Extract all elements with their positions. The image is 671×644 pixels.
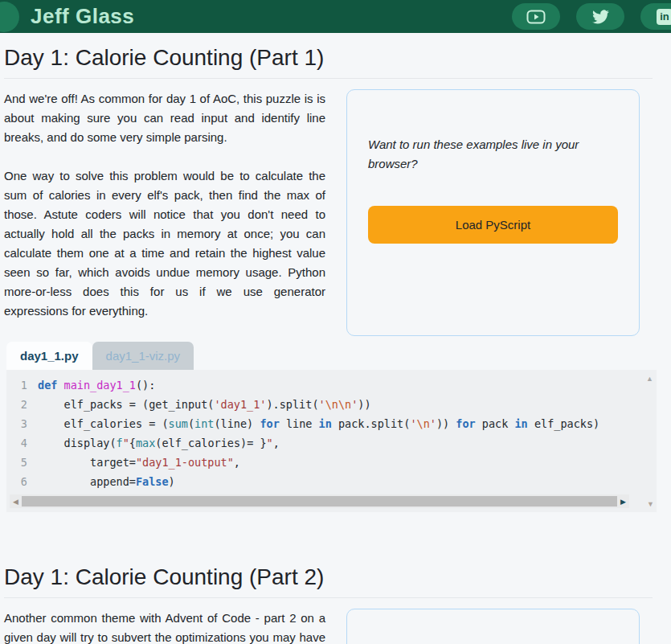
tab-day1-1-py[interactable]: day1_1.py — [6, 342, 92, 370]
twitter-icon — [592, 10, 609, 24]
line-number: 6 — [6, 472, 27, 491]
code-text: elf_calories = (sum(int(line) for line i… — [38, 414, 599, 433]
code-line: 1def main_day1_1(): — [6, 375, 642, 395]
line-number: 5 — [6, 453, 27, 472]
scrollbar-up-arrow-icon[interactable]: ▲ — [646, 375, 653, 383]
load-pyscript-button[interactable]: Load PyScript — [368, 206, 618, 244]
line-number: 4 — [6, 433, 27, 453]
code-text: display(f"{max(elf_calories)= }", — [38, 433, 280, 453]
social-links: in — [512, 3, 671, 30]
scroll-left-arrow-icon[interactable]: ◀ — [10, 498, 22, 506]
code-tabs: day1_1.py day1_1-viz.py — [6, 342, 671, 370]
youtube-link[interactable] — [512, 3, 560, 30]
pyscript-prompt: Want to run these examples live in your … — [368, 135, 618, 174]
code-line: 4 display(f"{max(elf_calories)= }", — [6, 433, 642, 453]
linkedin-link[interactable]: in — [640, 3, 671, 30]
part2-row: Another common theme with Advent of Code… — [4, 609, 671, 644]
line-number: 1 — [6, 375, 27, 395]
part2-paragraph-1: Another common theme with Advent of Code… — [4, 609, 325, 644]
part1-paragraph-2: One way to solve this problem would be t… — [4, 166, 325, 321]
line-number: 3 — [6, 414, 27, 433]
site-title[interactable]: Jeff Glass — [31, 4, 134, 29]
code-line: 2 elf_packs = (get_input('day1_1').split… — [6, 395, 642, 414]
code-line: 3 elf_calories = (sum(int(line) for line… — [6, 414, 642, 433]
part1-paragraph-1: And we're off! As common for day 1 of Ao… — [4, 89, 325, 147]
code-line: 6 append=False) — [6, 472, 642, 491]
linkedin-icon: in — [657, 9, 671, 25]
horizontal-scrollbar-thumb[interactable] — [22, 496, 617, 507]
part1-text-column: And we're off! As common for day 1 of Ao… — [4, 89, 325, 340]
code-text: elf_packs = (get_input('day1_1').split('… — [38, 395, 371, 414]
twitter-link[interactable] — [576, 3, 624, 30]
code-line: 5 target="day1_1-output", — [6, 453, 642, 472]
part2-text-column: Another common theme with Advent of Code… — [4, 609, 325, 644]
part1-heading: Day 1: Calorie Counting (Part 1) — [4, 45, 653, 79]
code-text: target="day1_1-output", — [38, 453, 240, 472]
part1-row: And we're off! As common for day 1 of Ao… — [4, 89, 671, 340]
pyscript-card-part1: Want to run these examples live in your … — [346, 89, 640, 336]
pyscript-card-part2: Want to run these examples live in your … — [346, 609, 640, 644]
code-text: def main_day1_1(): — [38, 375, 155, 395]
site-logo[interactable] — [0, 2, 19, 32]
horizontal-scrollbar[interactable]: ◀ ▶ — [10, 494, 629, 508]
line-number: 2 — [6, 395, 27, 414]
code-text: append=False) — [38, 472, 175, 491]
code-block: 1def main_day1_1():2 elf_packs = (get_in… — [6, 370, 657, 512]
part2-heading: Day 1: Calorie Counting (Part 2) — [4, 564, 653, 598]
scroll-right-arrow-icon[interactable]: ▶ — [617, 498, 629, 506]
code-lines: 1def main_day1_1():2 elf_packs = (get_in… — [6, 375, 642, 491]
tab-day1-1-viz-py[interactable]: day1_1-viz.py — [92, 342, 194, 371]
page-content: Day 1: Calorie Counting (Part 1) And we'… — [0, 45, 671, 644]
site-header: Jeff Glass in — [0, 0, 671, 33]
youtube-icon — [526, 10, 546, 24]
scrollbar-down-arrow-icon[interactable]: ▼ — [647, 500, 654, 508]
